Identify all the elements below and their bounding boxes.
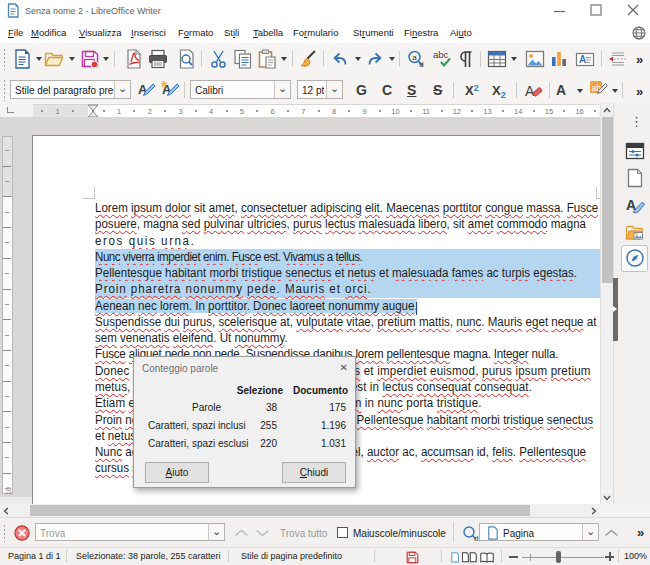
svg-text:A: A: [579, 54, 586, 65]
svg-text:a: a: [412, 53, 417, 62]
svg-text:A: A: [525, 83, 535, 99]
svg-text:abc: abc: [433, 49, 449, 60]
svg-text:d: d: [474, 534, 478, 542]
svg-text:d: d: [419, 60, 423, 69]
